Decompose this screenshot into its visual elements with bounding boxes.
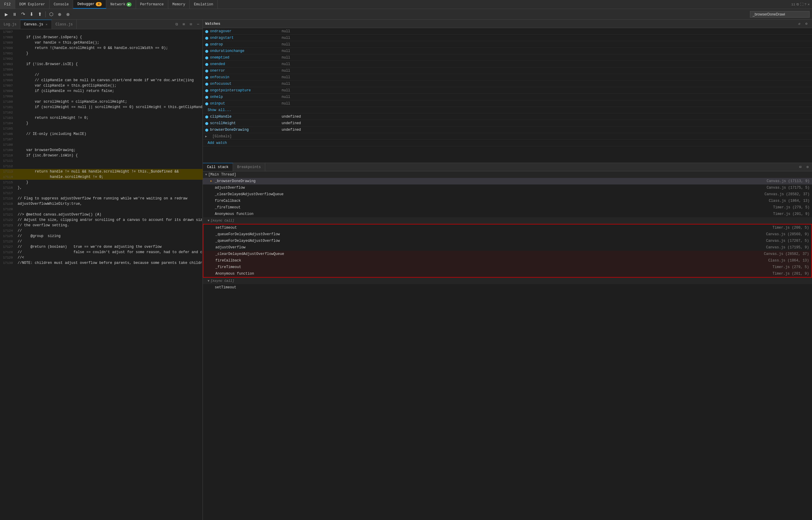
watch-item-onfocusin[interactable]: onfocusinnull — [203, 74, 812, 81]
cs-async-item-0-6[interactable]: _fireTimeoutTimer.js (279, 5) — [203, 264, 811, 270]
code-line-17097[interactable]: 17097 var clipHandle = this.getClipHandl… — [0, 83, 202, 88]
code-line-17121[interactable]: 17121//> @method canvas.adjustOverflow()… — [0, 212, 202, 217]
watch-item-ondragover[interactable]: ondragovernull — [203, 28, 812, 35]
cs-async-item-0-5[interactable]: fireCallbackClass.js (1864, 13) — [203, 257, 811, 264]
callstack-tab-callstack[interactable]: Call stack — [203, 163, 233, 171]
code-line-17107[interactable]: 17107 — [0, 137, 202, 142]
search-input[interactable] — [750, 11, 810, 18]
code-line-17117[interactable]: 17117 — [0, 190, 202, 196]
code-line-17101[interactable]: 17101 if (scrollHeight == null || scroll… — [0, 104, 202, 110]
code-line-17087[interactable]: 17087 — [0, 29, 202, 35]
code-line-17100[interactable]: 17100 var scrollHeight = clipHandle.scro… — [0, 99, 202, 104]
code-line-17093[interactable]: 17093 if (!isc.Browser.isIE) { — [0, 61, 202, 67]
watch-section-item-scrollHeight[interactable]: scrollHeightundefined — [203, 120, 812, 127]
code-line-17111[interactable]: 17111 — [0, 158, 202, 163]
tab-action-more[interactable]: ⋯ — [195, 21, 201, 28]
watches-refresh-btn[interactable]: ↺ — [796, 21, 803, 27]
nav-tab-f12[interactable]: F12 — [0, 0, 15, 9]
callstack-thread-main[interactable]: ▼[Main Thread] — [203, 171, 812, 178]
code-line-17105[interactable]: 17105 — [0, 126, 202, 131]
code-line-17119[interactable]: 17119adjustOverflowWhileDirty:true, — [0, 201, 202, 207]
cs-async-item-0-2[interactable]: _queueForDelayedAdjustOverflowCanvas.js … — [203, 238, 811, 244]
cs-item-5[interactable]: Anonymous functionTimer.js (201, 9) — [203, 211, 812, 217]
nav-tab-emulation[interactable]: Emulation — [190, 0, 218, 9]
code-line-17113[interactable]: 17113 return handle != null && handle.sc… — [0, 169, 202, 174]
globals-expand-icon[interactable]: ▶ — [205, 135, 210, 138]
code-line-17115[interactable]: 17115 } — [0, 180, 202, 185]
file-tab-canvasjs[interactable]: Canvas.js ✕ — [20, 20, 52, 29]
async-call-label-1[interactable]: ▼[Async Call] — [203, 278, 812, 284]
code-line-17118[interactable]: 17118// Flag to suppress adjustOverflow … — [0, 196, 202, 201]
show-all-link[interactable]: Show all... — [205, 108, 233, 112]
code-line-17129[interactable]: 17129//< — [0, 255, 202, 260]
code-line-17106[interactable]: 17106 // IE-only (including MacIE) — [0, 131, 202, 137]
async-arrow-icon[interactable]: ▼ — [207, 279, 209, 283]
toolbar-btn-extra2[interactable]: ⊗ — [64, 10, 72, 18]
step-into-button[interactable]: ⬇ — [27, 10, 35, 18]
cs-async-item-0-1[interactable]: _queueForDelayedAdjustOverflowCanvas.js … — [203, 231, 811, 238]
watch-item-ondragstart[interactable]: ondragstartnull — [203, 35, 812, 41]
code-line-17128[interactable]: 17128// false == couldn't adjust for som… — [0, 250, 202, 255]
code-line-17092[interactable]: 17092 — [0, 56, 202, 61]
tab-action-split3[interactable]: ⊟ — [188, 21, 194, 28]
nav-tab-performance[interactable]: Performance — [136, 0, 168, 9]
nav-icon-3[interactable]: ? — [805, 3, 807, 6]
cs-async-item-0-4[interactable]: _clearDelayedAdjustOverflowQueueCanvas.j… — [203, 251, 811, 257]
step-over-button[interactable]: ↷ — [19, 10, 27, 18]
code-line-17125[interactable]: 17125// @group sizing — [0, 233, 202, 239]
break-button[interactable]: ⏸ — [11, 10, 19, 18]
watch-item-oninput[interactable]: oninputnull — [203, 100, 812, 107]
watch-section-item-clipHandle[interactable]: clipHandleundefined — [203, 113, 812, 120]
file-tab-classjs[interactable]: Class.js — [52, 20, 77, 29]
code-line-17116[interactable]: 17116}, — [0, 185, 202, 190]
code-line-17112[interactable]: 17112 — [0, 163, 202, 169]
code-line-17088[interactable]: 17088 if (isc.Browser.isOpera) { — [0, 35, 202, 40]
step-out-button[interactable]: ⬆ — [36, 10, 44, 18]
code-line-17090[interactable]: 17090 return !(handle.scrollHeight == 0 … — [0, 45, 202, 51]
watch-item-onended[interactable]: onendednull — [203, 61, 812, 68]
callstack-more-btn[interactable]: ⚙ — [804, 164, 811, 171]
cs-async-item-0-3[interactable]: adjustOverflowCanvas.js (17195, 9) — [203, 244, 811, 251]
watches-settings-btn[interactable]: ⚙ — [803, 21, 810, 27]
cs-async-item-0-7[interactable]: Anonymous functionTimer.js (201, 9) — [203, 270, 811, 277]
nav-tab-network[interactable]: Network ▶ — [106, 0, 136, 9]
toolbar-btn-extra1[interactable]: ⊕ — [56, 10, 63, 18]
watches-globals[interactable]: ▶ [Globals] — [203, 133, 812, 140]
callstack-tab-breakpoints[interactable]: Breakpoints — [233, 163, 265, 171]
nav-tab-dom[interactable]: DOM Explorer — [15, 0, 50, 9]
nav-tab-memory[interactable]: Memory — [168, 0, 190, 9]
cs-item-0[interactable]: ➤_browserDoneDrawingCanvas.js (17113, 9) — [203, 178, 812, 184]
code-line-17123[interactable]: 17123// the overflow setting. — [0, 223, 202, 228]
watch-item-onemptied[interactable]: onemptiednull — [203, 54, 812, 61]
code-line-17108[interactable]: 17108 — [0, 142, 202, 148]
cs-item-1[interactable]: adjustOverflowCanvas.js (17175, 5) — [203, 184, 812, 191]
cs-async-item-1-0[interactable]: setTimeout — [203, 284, 812, 291]
code-line-17127[interactable]: 17127// @return (boolean) true == we're … — [0, 244, 202, 250]
watch-item-ongotpointercapture[interactable]: ongotpointercapturenull — [203, 87, 812, 94]
code-line-17098[interactable]: 17098 if (clipHandle == null) return fal… — [0, 88, 202, 94]
break-exception-button[interactable]: ⬡ — [48, 10, 55, 18]
add-watch-link[interactable]: Add watch — [205, 140, 229, 146]
code-line-17094[interactable]: 17094 — [0, 67, 202, 72]
watch-item-ondrop[interactable]: ondropnull — [203, 41, 812, 48]
code-line-17104[interactable]: 17104 } — [0, 121, 202, 126]
continue-button[interactable]: ▶ — [2, 10, 10, 18]
nav-icon-2[interactable]: ⛶ — [800, 2, 803, 6]
watches-show-all[interactable]: Show all... — [203, 107, 812, 113]
nav-icon-1[interactable]: ⧉ — [796, 3, 799, 6]
file-tab-logjs[interactable]: Log.js — [0, 20, 20, 29]
code-line-17126[interactable]: 17126// — [0, 239, 202, 244]
tab-action-split2[interactable]: ⊞ — [180, 21, 187, 28]
code-line-17099[interactable]: 17099 — [0, 94, 202, 99]
watch-item-onhelp[interactable]: onhelpnull — [203, 94, 812, 100]
async-arrow-icon[interactable]: ▼ — [207, 219, 209, 223]
code-line-17089[interactable]: 17089 var handle = this.getHandle(); — [0, 40, 202, 45]
tab-action-split[interactable]: ⧉ — [173, 21, 180, 28]
nav-tab-console[interactable]: Console — [50, 0, 73, 9]
code-line-17120[interactable]: 17120 — [0, 207, 202, 212]
code-line-17103[interactable]: 17103 return scrollHeight != 0; — [0, 115, 202, 121]
file-tab-canvasjs-close[interactable]: ✕ — [45, 22, 48, 27]
code-line-17114[interactable]: 17114 handle.scrollHeight != 0; — [0, 174, 202, 180]
code-line-17130[interactable]: 17130//NOTE: children must adjust overfl… — [0, 260, 202, 266]
code-line-17124[interactable]: 17124// — [0, 228, 202, 233]
